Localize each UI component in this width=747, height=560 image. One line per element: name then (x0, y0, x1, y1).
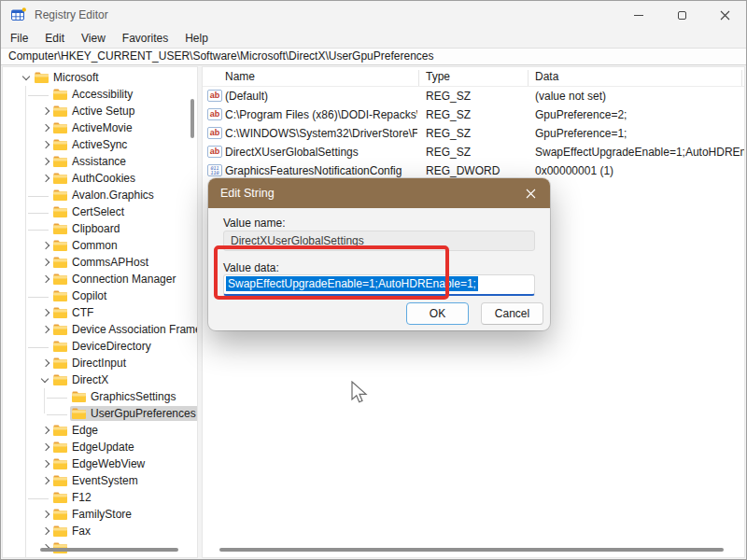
tree-item[interactable]: F12 (3, 489, 197, 506)
tree-item-content[interactable]: ActiveSync (51, 137, 132, 152)
chevron-right-icon[interactable] (38, 306, 51, 319)
chevron-right-icon[interactable] (38, 155, 51, 168)
tree-item[interactable]: Connection Manager (3, 271, 197, 287)
tree-item[interactable]: AuthCookies (3, 170, 197, 187)
column-header-data[interactable]: Data (535, 70, 558, 83)
tree-item-content[interactable]: Fax (51, 524, 95, 539)
tree-item[interactable]: CTF (3, 304, 197, 321)
menu-edit[interactable]: Edit (36, 32, 73, 45)
column-divider[interactable] (741, 70, 742, 86)
table-row[interactable]: abC:\WINDOWS\System32\DriverStore\Fi...R… (203, 124, 744, 143)
tree-item[interactable]: CertSelect (3, 203, 197, 220)
tree-item-content[interactable]: EdgeUpdate (51, 440, 139, 455)
close-button[interactable] (703, 1, 746, 29)
value-data-input[interactable]: SwapEffectUpgradeEnable=1;AutoHDREnable=… (223, 274, 535, 296)
tree-item-content[interactable]: DirectInput (51, 356, 131, 371)
tree-item[interactable]: CommsAPHost (3, 254, 197, 271)
cancel-button[interactable]: Cancel (481, 302, 543, 325)
tree-item-content[interactable]: Common (51, 238, 122, 253)
tree-item[interactable]: EdgeUpdate (3, 439, 197, 455)
tree-item-content[interactable]: UserGpuPreferences (70, 406, 198, 421)
tree-item[interactable]: Edge (3, 422, 197, 439)
tree-item[interactable]: DirectX (3, 371, 197, 388)
address-bar[interactable]: Computer\HKEY_CURRENT_USER\Software\Micr… (1, 48, 746, 65)
tree-item-content[interactable]: Avalon.Graphics (51, 188, 159, 203)
tree-item[interactable]: Fax (3, 523, 197, 539)
value-name-field[interactable]: DirectXUserGlobalSettings (223, 231, 535, 251)
tree-item-content[interactable]: CertSelect (51, 204, 129, 219)
tree-item-content[interactable]: DeviceDirectory (51, 339, 156, 354)
tree-item[interactable]: EdgeWebView (3, 455, 197, 472)
chevron-right-icon[interactable] (38, 323, 51, 336)
chevron-down-icon[interactable] (20, 71, 33, 84)
tree-item-content[interactable]: Connection Manager (51, 272, 180, 287)
tree-item-content[interactable]: Copilot (51, 288, 111, 303)
tree-item-content[interactable]: Accessibility (51, 87, 137, 102)
tree-item-content[interactable]: Device Association Framework (51, 322, 198, 337)
tree-item[interactable]: Copilot (3, 287, 197, 304)
chevron-right-icon[interactable] (38, 457, 51, 470)
tree-item[interactable]: UserGpuPreferences (3, 405, 197, 422)
tree-item[interactable]: Device Association Framework (3, 321, 197, 338)
tree-item[interactable]: Assistance (3, 153, 197, 170)
chevron-down-icon[interactable] (38, 373, 51, 386)
column-header-type[interactable]: Type (426, 70, 450, 83)
dialog-titlebar[interactable]: Edit String (208, 178, 550, 208)
chevron-right-icon[interactable] (38, 508, 51, 521)
chevron-right-icon[interactable] (38, 256, 51, 269)
tree-item-content[interactable]: EdgeWebView (51, 456, 149, 471)
chevron-right-icon[interactable] (38, 121, 51, 134)
chevron-right-icon[interactable] (38, 424, 51, 437)
tree-item[interactable]: Common (3, 237, 197, 254)
tree-item-content[interactable]: F12 (51, 490, 96, 505)
maximize-button[interactable] (660, 1, 703, 29)
tree-item-content[interactable]: Microsoft (33, 70, 104, 85)
tree-item-content[interactable]: Clipboard (51, 221, 124, 236)
tree-item[interactable]: FamilyStore (3, 506, 197, 523)
tree-item-content[interactable]: AuthCookies (51, 171, 140, 186)
list-horizontal-scrollbar[interactable] (219, 548, 724, 552)
menu-file[interactable]: File (2, 32, 36, 45)
tree-item[interactable]: Microsoft (3, 69, 197, 86)
tree-item[interactable]: ActiveMovie (3, 119, 197, 136)
tree-item-content[interactable]: ActiveMovie (51, 120, 137, 135)
tree-item-content[interactable]: FamilyStore (51, 507, 136, 522)
chevron-right-icon[interactable] (38, 172, 51, 185)
table-row[interactable]: abDirectXUserGlobalSettingsREG_SZSwapEff… (203, 143, 744, 161)
chevron-right-icon[interactable] (38, 357, 51, 370)
chevron-right-icon[interactable] (38, 239, 51, 252)
table-row[interactable]: 011110GraphicsFeaturesNotificationConfig… (203, 161, 744, 180)
tree-item[interactable]: ActiveSync (3, 136, 197, 153)
ok-button[interactable]: OK (406, 302, 469, 325)
tree-horizontal-scrollbar[interactable] (40, 548, 178, 552)
chevron-right-icon[interactable] (38, 474, 51, 487)
tree-item[interactable]: GraphicsSettings (3, 388, 197, 405)
tree-item[interactable]: Accessibility (3, 86, 197, 103)
dialog-close-button[interactable] (511, 178, 550, 208)
tree-item[interactable]: Avalon.Graphics (3, 187, 197, 203)
tree-item-content[interactable]: DirectX (51, 372, 113, 387)
column-divider[interactable] (528, 70, 529, 86)
tree-item-content[interactable]: Active Setup (51, 104, 139, 119)
chevron-right-icon[interactable] (38, 105, 51, 118)
tree-item-content[interactable]: Edge (51, 423, 103, 438)
table-row[interactable]: ab(Default)REG_SZ(value not set) (203, 87, 744, 105)
tree-item-content[interactable]: EventSystem (51, 473, 143, 488)
tree-item[interactable]: Active Setup (3, 103, 197, 119)
chevron-right-icon[interactable] (38, 273, 51, 286)
tree-item[interactable]: DirectInput (3, 355, 197, 371)
column-header-name[interactable]: Name (225, 70, 255, 83)
minimize-button[interactable] (617, 1, 660, 29)
menu-help[interactable]: Help (176, 32, 217, 45)
column-divider[interactable] (418, 70, 419, 86)
chevron-right-icon[interactable] (38, 138, 51, 151)
menu-view[interactable]: View (73, 32, 114, 45)
table-row[interactable]: abC:\Program Files (x86)\DODI-Repacks\..… (203, 105, 744, 124)
tree-vertical-scrollbar[interactable] (190, 99, 194, 138)
menu-favorites[interactable]: Favorites (114, 32, 176, 45)
tree-item[interactable]: EventSystem (3, 472, 197, 489)
tree-item-content[interactable]: Assistance (51, 154, 131, 169)
chevron-right-icon[interactable] (38, 441, 51, 454)
chevron-right-icon[interactable] (38, 525, 51, 538)
tree-item[interactable]: DeviceDirectory (3, 338, 197, 355)
